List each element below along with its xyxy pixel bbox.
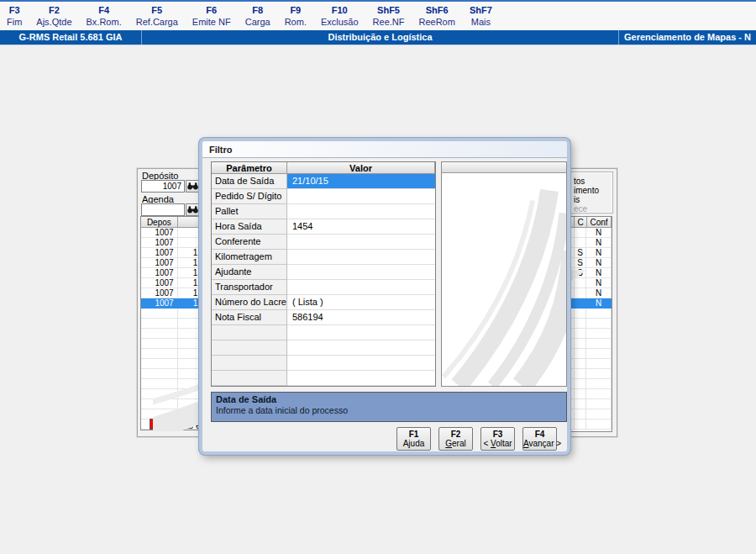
cell-conf	[586, 339, 612, 349]
toolbar-fkey-label: ShF5	[373, 5, 405, 16]
cell-c	[575, 389, 587, 399]
cell-valor[interactable]	[287, 250, 435, 265]
toolbar-action-label: Rom.	[285, 16, 307, 28]
toolbar-item-reerom[interactable]: ShF6ReeRom	[417, 4, 456, 29]
toolbar-item-rom[interactable]: F9Rom.	[283, 4, 308, 29]
cell-valor[interactable]: 1454	[287, 219, 435, 235]
cell-valor[interactable]	[287, 325, 435, 340]
cell-parametro	[212, 340, 287, 356]
avan-ar-button[interactable]: F4Avançar >	[522, 427, 557, 451]
help-title: Data de Saída	[216, 394, 562, 405]
filter-side-panel	[441, 161, 567, 387]
filter-parameter-row[interactable]: Hora Saída1454	[212, 219, 435, 235]
cell-valor[interactable]: 586194	[287, 310, 435, 325]
binoculars-icon	[187, 206, 198, 214]
toolbar-action-label: Emite NF	[192, 16, 231, 28]
toolbar-item-emite-nf[interactable]: F6Emite NF	[191, 4, 233, 29]
ajuda-button[interactable]: F1Ajuda	[396, 427, 431, 451]
agenda-search-button[interactable]	[186, 203, 200, 216]
function-key-toolbar: F3FimF2Ajs.QtdeF4Bx.Rom.F5Ref.CargaF6Emi…	[0, 2, 756, 30]
cell-valor[interactable]	[287, 265, 435, 280]
cell-c: S	[575, 268, 587, 278]
status-option-fragment: ece	[574, 204, 587, 214]
cell-valor[interactable]	[287, 280, 435, 295]
column-header-valor: Valor	[287, 162, 435, 174]
cell-valor[interactable]	[287, 356, 435, 371]
cell-parametro: Nota Fiscal	[212, 310, 287, 325]
toolbar-item-exclus-o[interactable]: F10Exclusão	[319, 4, 360, 29]
geral-button[interactable]: F2Geral	[438, 427, 473, 451]
button-fkey-label: F3	[481, 430, 514, 439]
cell-valor[interactable]	[287, 371, 435, 386]
parameter-help-panel: Data de Saída Informe a data inicial do …	[211, 392, 567, 422]
cell-depos: 1007	[141, 258, 178, 268]
filter-parameter-row[interactable]	[212, 371, 435, 386]
filter-parameter-row[interactable]	[212, 325, 435, 340]
cell-valor[interactable]: 21/10/15	[287, 174, 435, 189]
toolbar-item-ree-nf[interactable]: ShF5Ree.NF	[371, 4, 407, 29]
cell-conf	[586, 319, 612, 329]
filter-parameter-row[interactable]: Transportador	[212, 280, 435, 295]
voltar-button[interactable]: F3< Voltar	[480, 427, 515, 451]
filter-parameter-row[interactable]: Conferente	[212, 235, 435, 250]
toolbar-item-mais[interactable]: ShF7Mais	[468, 4, 494, 29]
toolbar-fkey-label: ShF7	[470, 5, 492, 16]
cell-conf: N	[586, 278, 612, 288]
filter-parameter-row[interactable]: Pedido S/ Dígito	[212, 189, 435, 204]
filter-parameter-row[interactable]: Data de Saída21/10/15	[212, 174, 435, 189]
cell-valor[interactable]	[287, 340, 435, 356]
filter-parameter-row[interactable]	[212, 356, 435, 371]
side-panel-header	[442, 162, 566, 173]
title-bar-underline	[0, 45, 756, 45]
filter-parameter-row[interactable]: Número do Lacre( Lista )	[212, 295, 435, 310]
cell-depos	[141, 349, 178, 359]
toolbar-item-fim[interactable]: F3Fim	[5, 4, 24, 29]
app-name: G-RMS Retail 5.681 GIA	[0, 30, 141, 45]
cell-c	[575, 349, 587, 359]
cell-valor[interactable]	[287, 235, 435, 250]
agenda-input[interactable]	[141, 203, 185, 216]
cell-conf	[586, 379, 612, 389]
filter-parameter-row[interactable]: Pallet	[212, 204, 435, 219]
cell-conf	[586, 329, 612, 339]
cell-depos	[141, 309, 178, 319]
button-action-label: Geral	[439, 439, 472, 449]
cell-conf	[586, 369, 612, 379]
cell-c	[575, 419, 587, 430]
button-action-label: < Voltar	[481, 439, 514, 449]
cell-valor[interactable]	[287, 189, 435, 204]
cell-depos	[141, 359, 178, 369]
cell-c	[575, 288, 587, 298]
button-fkey-label: F1	[397, 430, 430, 439]
deposito-search-button[interactable]	[186, 180, 200, 193]
cell-c: S	[575, 248, 587, 258]
toolbar-item-bx-rom[interactable]: F4Bx.Rom.	[85, 4, 123, 29]
status-option-fragment: tos	[574, 177, 585, 186]
screen-name: Gerenciamento de Mapas - N	[618, 30, 756, 45]
cell-valor[interactable]	[287, 204, 435, 219]
toolbar-item-ref-carga[interactable]: F5Ref.Carga	[134, 4, 180, 29]
cell-parametro	[212, 356, 287, 371]
cell-conf: N	[586, 288, 612, 298]
cell-conf: N	[586, 238, 612, 248]
cell-depos	[141, 339, 178, 349]
deposito-input[interactable]: 1007	[141, 180, 185, 193]
toolbar-action-label: Ajs.Qtde	[36, 16, 71, 28]
toolbar-item-carga[interactable]: F8Carga	[244, 4, 272, 29]
toolbar-action-label: Ree.NF	[373, 16, 405, 28]
cell-parametro	[212, 325, 287, 340]
cell-depos	[141, 389, 178, 399]
filter-parameter-row[interactable]: Nota Fiscal586194	[212, 310, 435, 325]
cell-conf	[586, 409, 612, 419]
filter-dialog: Filtro ParâmetroValorData de Saída21/10/…	[199, 138, 570, 455]
cell-depos	[141, 329, 178, 339]
cell-parametro: Data de Saída	[212, 174, 287, 189]
filter-parameter-row[interactable]: Ajudante	[212, 265, 435, 280]
toolbar-item-ajs-qtde[interactable]: F2Ajs.Qtde	[34, 4, 73, 29]
cell-conf: N	[586, 298, 612, 309]
cell-c	[575, 339, 587, 349]
cell-valor[interactable]: ( Lista )	[287, 295, 435, 310]
filter-parameter-row[interactable]: Kilometragem	[212, 250, 435, 265]
cell-c	[575, 359, 587, 369]
filter-parameter-row[interactable]	[212, 340, 435, 356]
